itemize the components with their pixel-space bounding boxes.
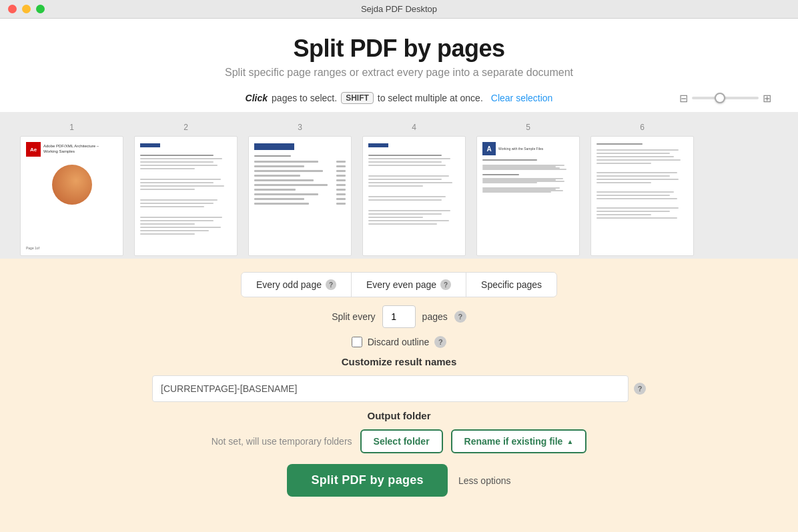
page-number: 6 [640, 123, 645, 132]
specific-pages-button[interactable]: Specific pages [466, 273, 556, 297]
customize-label: Customize result names [342, 356, 457, 367]
page-thumbnail[interactable] [248, 136, 352, 256]
page-subtitle: Split specific page ranges or extract ev… [0, 67, 798, 79]
zoom-slider[interactable] [692, 97, 759, 99]
header: Split PDF by pages Split specific page r… [0, 19, 798, 84]
toolbar-instructions: Click pages to select. SHIFT to select m… [246, 92, 553, 104]
page-item[interactable]: 6 [590, 123, 694, 256]
title-bar: Sejda PDF Desktop [0, 0, 798, 19]
page-thumbnail[interactable] [590, 136, 694, 256]
to-select-label: to select multiple at once. [378, 93, 483, 103]
clear-selection-link[interactable]: Clear selection [491, 93, 553, 103]
cover-image [52, 165, 92, 205]
select-folder-button[interactable]: Select folder [360, 429, 443, 453]
specific-pages-label: Specific pages [481, 279, 542, 290]
customize-input-row: ? [152, 375, 646, 402]
rename-label: Rename if existing file [464, 436, 563, 447]
page-item[interactable]: 5 A Working with the Sample Files [476, 123, 580, 256]
split-every-row: Split every pages ? [332, 305, 466, 328]
rename-existing-file-button[interactable]: Rename if existing file ▲ [451, 429, 587, 453]
window-title: Sejda PDF Desktop [361, 4, 437, 14]
page-item[interactable]: 3 [248, 123, 352, 256]
page-thumbnail[interactable] [134, 136, 238, 256]
page-number: 5 [526, 123, 530, 132]
every-even-label: Every even page [366, 279, 436, 290]
discard-outline-checkbox[interactable] [352, 337, 362, 347]
pages-label: pages to select. [272, 93, 337, 103]
page-number: 1 [69, 123, 74, 132]
every-even-page-button[interactable]: Every even page ? [352, 273, 466, 297]
main-content: Split PDF by pages Split specific page r… [0, 19, 798, 532]
every-odd-page-button[interactable]: Every odd page ? [242, 273, 352, 297]
toolbar: Click pages to select. SHIFT to select m… [0, 84, 798, 112]
every-odd-label: Every odd page [256, 279, 322, 290]
minimize-button[interactable] [22, 5, 31, 13]
page-item[interactable]: 1 Ae Adobe PDF/XML Architecture –Working… [20, 123, 123, 256]
rename-arrow-icon: ▲ [566, 438, 573, 445]
options-panel: Every odd page ? Every even page ? Speci… [0, 259, 798, 532]
discard-outline-row: Discard outline ? [352, 336, 447, 348]
page-thumbnail[interactable]: A Working with the Sample Files [476, 136, 580, 256]
cover-footer: Page 1of [26, 246, 117, 250]
customize-help-icon[interactable]: ? [634, 383, 646, 395]
shift-badge: SHIFT [341, 92, 374, 104]
page-number: 2 [183, 123, 188, 132]
zoom-controls: ⊟ ⊞ [679, 92, 771, 105]
page-number: 4 [412, 123, 416, 132]
page-thumbnail[interactable] [362, 136, 466, 256]
close-button[interactable] [8, 5, 17, 13]
split-mode-row: Every odd page ? Every even page ? Speci… [241, 272, 557, 297]
less-options-link[interactable]: Less options [458, 475, 511, 486]
pages-area: 1 Ae Adobe PDF/XML Architecture –Working… [0, 112, 798, 259]
discard-outline-help-icon[interactable]: ? [434, 336, 446, 348]
every-odd-help-icon[interactable]: ? [326, 279, 336, 290]
page-number: 3 [298, 123, 302, 132]
split-every-label: Split every [332, 311, 375, 322]
page-thumbnail[interactable]: Ae Adobe PDF/XML Architecture –Working S… [20, 136, 123, 256]
split-every-input[interactable] [382, 305, 416, 328]
window-controls [8, 5, 45, 13]
split-pdf-button[interactable]: Split PDF by pages [287, 464, 447, 497]
output-folder-row: Not set, will use temporary folders Sele… [212, 429, 587, 453]
maximize-button[interactable] [36, 5, 45, 13]
split-every-help-icon[interactable]: ? [454, 311, 466, 323]
zoom-out-icon: ⊟ [679, 92, 688, 105]
discard-outline-label: Discard outline [368, 337, 430, 347]
output-not-set: Not set, will use temporary folders [212, 436, 352, 447]
click-label: Click [246, 93, 268, 103]
customize-input[interactable] [152, 375, 629, 402]
page-item[interactable]: 2 [134, 123, 238, 256]
bottom-actions: Split PDF by pages Less options [287, 464, 510, 497]
every-even-help-icon[interactable]: ? [440, 279, 451, 290]
cover-logo: Ae Adobe PDF/XML Architecture –Working S… [26, 142, 117, 157]
zoom-in-icon: ⊞ [763, 92, 771, 105]
page-title: Split PDF by pages [0, 35, 798, 63]
page-item[interactable]: 4 [362, 123, 466, 256]
pages-unit-label: pages [422, 311, 448, 322]
output-label: Output folder [368, 410, 431, 421]
